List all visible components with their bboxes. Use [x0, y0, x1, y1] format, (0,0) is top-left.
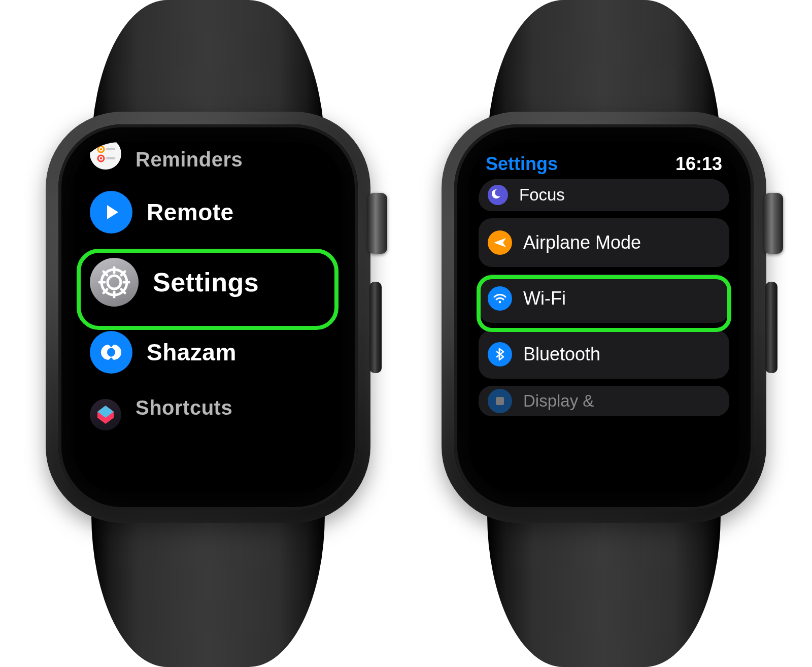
app-label: Shazam [147, 339, 236, 366]
app-row-remote[interactable]: Remote [74, 180, 343, 245]
stage: Reminders Remote [0, 0, 812, 667]
app-label: Remote [147, 198, 234, 226]
settings-label: Bluetooth [523, 344, 600, 365]
back-title[interactable]: Settings [486, 153, 558, 175]
app-list[interactable]: Reminders Remote [74, 142, 343, 492]
watch-screen-left[interactable]: Reminders Remote [74, 142, 343, 492]
svg-rect-5 [106, 157, 115, 159]
app-label: Reminders [136, 148, 243, 171]
settings-label: Airplane Mode [523, 232, 641, 253]
digital-crown[interactable] [764, 193, 783, 254]
watch-left: Reminders Remote [30, 0, 386, 667]
shortcuts-icon [90, 399, 121, 430]
clock-time: 16:13 [675, 153, 722, 175]
side-button[interactable] [369, 282, 382, 373]
app-label: Settings [153, 267, 259, 297]
status-bar: Settings 16:13 [469, 142, 738, 180]
play-icon [90, 191, 132, 234]
svg-point-3 [100, 157, 102, 159]
svg-point-1 [100, 148, 102, 150]
svg-point-6 [108, 276, 121, 289]
settings-label: Wi-Fi [523, 288, 566, 309]
airplane-icon [488, 230, 512, 255]
settings-row-bluetooth[interactable]: Bluetooth [479, 330, 729, 379]
settings-label: Focus [519, 185, 565, 205]
app-row-shortcuts[interactable]: Shortcuts [74, 385, 343, 430]
watch-right: Settings 16:13 Focus Airplane Mode [426, 0, 782, 667]
shazam-icon [90, 331, 132, 374]
svg-rect-4 [106, 148, 115, 150]
settings-row-wifi[interactable]: Wi-Fi [479, 274, 729, 323]
gear-icon [90, 258, 139, 307]
side-button[interactable] [765, 282, 777, 373]
settings-label: Display & [523, 391, 594, 411]
settings-row-airplane[interactable]: Airplane Mode [479, 218, 729, 267]
svg-rect-17 [496, 397, 504, 405]
display-icon [488, 389, 512, 413]
settings-row-focus[interactable]: Focus [479, 179, 729, 211]
settings-list[interactable]: Focus Airplane Mode [479, 182, 729, 492]
app-row-settings[interactable]: Settings [74, 245, 343, 320]
watch-screen-right[interactable]: Settings 16:13 Focus Airplane Mode [469, 142, 738, 492]
app-row-reminders[interactable]: Reminders [74, 142, 343, 180]
wifi-icon [488, 286, 512, 311]
app-label: Shortcuts [136, 396, 232, 419]
app-row-shazam[interactable]: Shazam [74, 320, 343, 385]
moon-icon [488, 185, 508, 205]
digital-crown[interactable] [368, 193, 387, 254]
bluetooth-icon [488, 342, 512, 366]
settings-row-display[interactable]: Display & [479, 386, 729, 416]
svg-point-16 [499, 301, 501, 304]
